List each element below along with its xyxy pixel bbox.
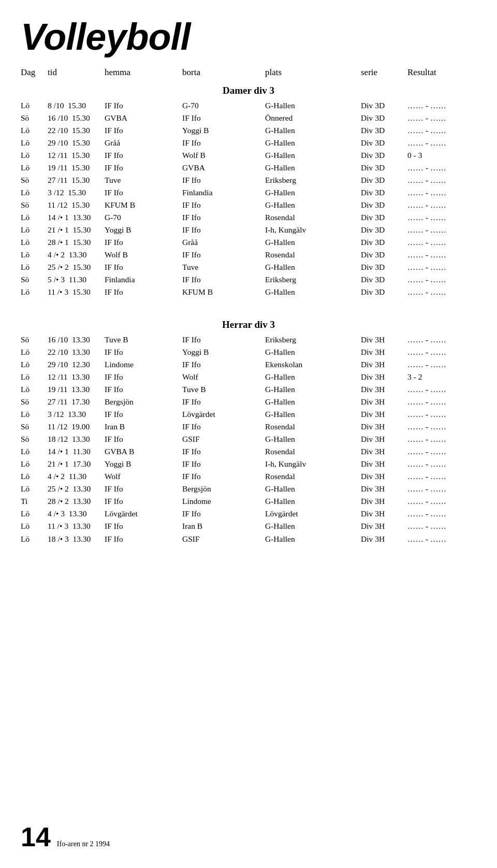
row-serie: Div 3D [361, 261, 407, 273]
row-serie: Div 3D [361, 186, 407, 199]
row-tid: 19 /11 15.30 [48, 162, 105, 174]
row-tid: 21 /• 1 17.30 [48, 458, 105, 470]
table-row: Sö 16 /10 13.30 Tuve B IF Ifo Eriksberg … [21, 334, 476, 346]
row-hemma: IF Ifo [105, 408, 182, 421]
table-row: Lö 21 /• 1 17.30 Yoggi B IF Ifo I-h, Kun… [21, 458, 476, 470]
row-hemma: Finlandia [105, 273, 182, 286]
table-row: Lö 4 /• 2 13.30 Wolf B IF Ifo Rosendal D… [21, 249, 476, 261]
table-row: Lö 14 /• 1 11.30 GVBA B IF Ifo Rosendal … [21, 445, 476, 458]
row-serie: Div 3H [361, 445, 407, 458]
row-tid: 19 /11 13.30 [48, 383, 105, 396]
row-borta: Yoggi B [182, 346, 265, 358]
row-borta: Gråå [182, 236, 265, 249]
header-tid: tid [48, 67, 105, 78]
damer-section-title: Damer div 3 [21, 85, 476, 96]
row-hemma: IF Ifo [105, 124, 182, 137]
row-hemma: Lövgärdet [105, 508, 182, 520]
row-plats: Eriksberg [265, 174, 361, 186]
row-borta: IF Ifo [182, 358, 265, 371]
row-borta: Wolf [182, 371, 265, 383]
row-result: …… - …… [407, 396, 470, 408]
table-row: Lö 22 /10 13.30 IF Ifo Yoggi B G-Hallen … [21, 346, 476, 358]
row-tid: 11 /• 3 13.30 [48, 520, 105, 532]
row-result: …… - …… [407, 383, 470, 396]
row-dag: Lö [21, 483, 48, 495]
row-tid: 27 /11 15.30 [48, 174, 105, 186]
row-plats: G-Hallen [265, 346, 361, 358]
row-result: 3 - 2 [407, 371, 470, 383]
row-tid: 29 /10 12.30 [48, 358, 105, 371]
row-tid: 29 /10 15.30 [48, 137, 105, 149]
row-tid: 3 /12 13.30 [48, 408, 105, 421]
row-dag: Lö [21, 124, 48, 137]
table-row: Lö 4 /• 2 11.30 Wolf IF Ifo Rosendal Div… [21, 470, 476, 483]
row-hemma: Iran B [105, 421, 182, 433]
row-result: …… - …… [407, 249, 470, 261]
row-borta: IF Ifo [182, 174, 265, 186]
herrar-schedule: Sö 16 /10 13.30 Tuve B IF Ifo Eriksberg … [21, 334, 476, 545]
row-result: …… - …… [407, 124, 470, 137]
table-row: Lö 8 /10 15.30 IF Ifo G-70 G-Hallen Div … [21, 99, 476, 112]
row-result: …… - …… [407, 346, 470, 358]
row-result: …… - …… [407, 508, 470, 520]
row-borta: Yoggi B [182, 124, 265, 137]
row-hemma: GVBA B [105, 445, 182, 458]
row-serie: Div 3D [361, 112, 407, 124]
row-tid: 28 /• 1 15.30 [48, 236, 105, 249]
row-serie: Div 3D [361, 224, 407, 236]
row-borta: GVBA [182, 162, 265, 174]
row-dag: Sö [21, 112, 48, 124]
row-plats: Önnered [265, 112, 361, 124]
row-serie: Div 3H [361, 483, 407, 495]
row-plats: Rosendal [265, 470, 361, 483]
row-serie: Div 3H [361, 458, 407, 470]
row-plats: Lövgärdet [265, 508, 361, 520]
row-dag: Lö [21, 508, 48, 520]
row-plats: G-Hallen [265, 408, 361, 421]
row-dag: Lö [21, 261, 48, 273]
row-tid: 25 /• 2 15.30 [48, 261, 105, 273]
row-borta: KFUM B [182, 286, 265, 298]
row-result: …… - …… [407, 174, 470, 186]
row-tid: 4 /• 2 11.30 [48, 470, 105, 483]
header-hemma: hemma [105, 67, 182, 78]
table-row: Lö 19 /11 13.30 IF Ifo Tuve B G-Hallen D… [21, 383, 476, 396]
table-row: Sö 27 /11 15.30 Tuve IF Ifo Eriksberg Di… [21, 174, 476, 186]
row-result: …… - …… [407, 286, 470, 298]
row-dag: Sö [21, 433, 48, 445]
table-row: Ti 28 /• 2 13.30 IF Ifo Lindome G-Hallen… [21, 495, 476, 508]
row-dag: Lö [21, 249, 48, 261]
row-plats: I-h, Kungälv [265, 458, 361, 470]
row-dag: Lö [21, 211, 48, 224]
row-borta: IF Ifo [182, 445, 265, 458]
row-hemma: IF Ifo [105, 346, 182, 358]
row-dag: Sö [21, 174, 48, 186]
table-row: Lö 29 /10 15.30 Gråå IF Ifo G-Hallen Div… [21, 137, 476, 149]
table-row: Lö 22 /10 15.30 IF Ifo Yoggi B G-Hallen … [21, 124, 476, 137]
row-plats: Rosendal [265, 421, 361, 433]
table-row: Lö 3 /12 13.30 IF Ifo Lövgärdet G-Hallen… [21, 408, 476, 421]
row-tid: 8 /10 15.30 [48, 99, 105, 112]
table-row: Lö 4 /• 3 13.30 Lövgärdet IF Ifo Lövgärd… [21, 508, 476, 520]
table-row: Lö 25 /• 2 13.30 IF Ifo Bergsjön G-Halle… [21, 483, 476, 495]
row-dag: Lö [21, 137, 48, 149]
row-serie: Div 3H [361, 421, 407, 433]
row-plats: G-Hallen [265, 137, 361, 149]
row-borta: Iran B [182, 520, 265, 532]
row-tid: 4 /• 3 13.30 [48, 508, 105, 520]
row-dag: Ti [21, 495, 48, 508]
row-borta: Finlandia [182, 186, 265, 199]
row-dag: Lö [21, 520, 48, 532]
row-tid: 16 /10 15.30 [48, 112, 105, 124]
row-dag: Lö [21, 383, 48, 396]
row-dag: Sö [21, 273, 48, 286]
row-result: …… - …… [407, 533, 470, 545]
row-tid: 25 /• 2 13.30 [48, 483, 105, 495]
row-serie: Div 3H [361, 508, 407, 520]
row-serie: Div 3D [361, 249, 407, 261]
row-serie: Div 3H [361, 495, 407, 508]
table-row: Sö 16 /10 15.30 GVBA IF Ifo Önnered Div … [21, 112, 476, 124]
row-plats: Rosendal [265, 249, 361, 261]
row-plats: G-Hallen [265, 261, 361, 273]
row-dag: Lö [21, 470, 48, 483]
